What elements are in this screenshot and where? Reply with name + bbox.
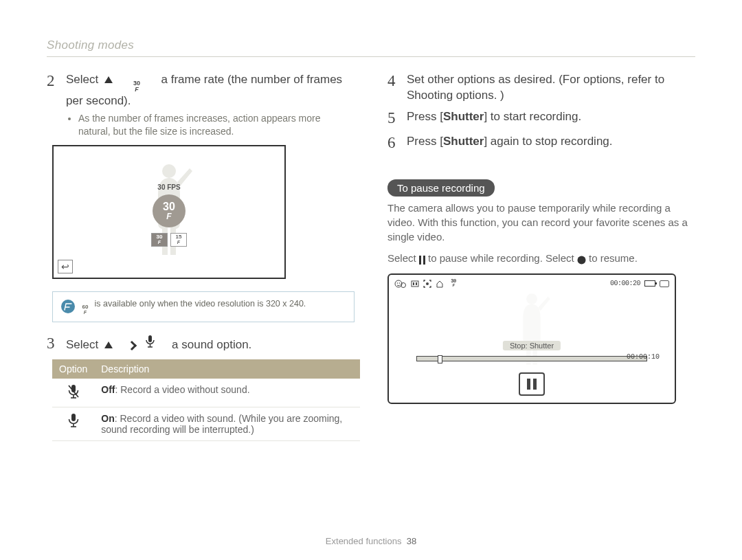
pause-instruction: Select to pause while recording. Select … bbox=[387, 251, 695, 267]
shutter-label: Shutter bbox=[443, 135, 484, 148]
fps-30-icon: 30F bbox=[130, 80, 144, 93]
battery-icon bbox=[644, 280, 655, 287]
fps-60-icon: 60F bbox=[80, 304, 90, 315]
right-column: 4 Set other options as desired. (For opt… bbox=[387, 72, 695, 441]
svg-point-15 bbox=[397, 282, 398, 284]
page-number: 38 bbox=[407, 536, 416, 546]
step-number: 6 bbox=[387, 132, 401, 153]
step-number: 3 bbox=[47, 333, 60, 354]
up-arrow-icon bbox=[104, 341, 113, 348]
microphone-off-icon bbox=[67, 384, 80, 399]
up-arrow-icon bbox=[104, 76, 113, 83]
recording-time: 00:00:20 bbox=[610, 280, 640, 287]
chevron-right-icon bbox=[127, 341, 137, 350]
stop-shutter-label: Stop: Shutter bbox=[503, 341, 561, 350]
breadcrumb: Shooting modes bbox=[47, 38, 695, 57]
pause-icon bbox=[419, 254, 428, 265]
note-box: 60F is available only when the video res… bbox=[52, 291, 355, 322]
step2-bullet: As the number of frames increases, actio… bbox=[78, 112, 355, 138]
footer-label: Extended functions bbox=[326, 536, 402, 546]
lcd-recording-screen: 30F 00:00:20 Stop: Shutter bbox=[387, 273, 676, 404]
option-off-desc: : Record a video without sound. bbox=[115, 384, 249, 395]
step3-text-a: Select bbox=[66, 338, 98, 351]
step5-b: ] to start recording. bbox=[484, 110, 581, 123]
progress-knob bbox=[438, 355, 442, 363]
svg-point-0 bbox=[162, 164, 176, 178]
step5-a: Press [ bbox=[407, 110, 443, 123]
step-number: 2 bbox=[47, 70, 60, 138]
lcd-fps-screen: 30 FPS 30F 30F 15F ↩ bbox=[52, 145, 286, 279]
svg-point-21 bbox=[426, 282, 429, 285]
lcd2-top-left-icons: 30F bbox=[394, 279, 459, 289]
svg-point-13 bbox=[577, 256, 585, 264]
svg-rect-19 bbox=[413, 282, 414, 285]
fps-30-small-icon: 30F bbox=[449, 280, 458, 288]
resolution-icon bbox=[411, 280, 419, 288]
step-6: 6 Press [Shutter] again to stop recordin… bbox=[387, 134, 695, 153]
left-column: 2 Select 30F a frame rate (the number of… bbox=[47, 72, 355, 441]
pause-heading-pill: To pause recording bbox=[387, 179, 495, 197]
bracket-focus-icon bbox=[423, 280, 431, 288]
step-3: 3 Select a sound option. bbox=[47, 335, 355, 354]
step-number: 5 bbox=[387, 107, 401, 128]
microphone-on-icon bbox=[67, 413, 80, 428]
record-dot-icon bbox=[577, 254, 589, 265]
progress-bar bbox=[416, 356, 647, 361]
microphone-icon bbox=[145, 335, 155, 348]
fps-option-15: 15F bbox=[170, 233, 187, 247]
fps-option-30: 30F bbox=[151, 233, 168, 247]
note-icon bbox=[61, 300, 75, 313]
table-header-description: Description bbox=[94, 359, 360, 379]
table-header-option: Option bbox=[52, 359, 94, 379]
svg-rect-20 bbox=[416, 282, 417, 285]
step-5: 5 Press [Shutter] to start recording. bbox=[387, 109, 695, 128]
lcd2-top-right: 00:00:20 bbox=[610, 280, 669, 287]
svg-point-22 bbox=[526, 293, 537, 304]
step6-a: Press [ bbox=[407, 135, 443, 148]
svg-point-16 bbox=[399, 282, 401, 284]
step-2: 2 Select 30F a frame rate (the number of… bbox=[47, 72, 355, 138]
note-text: is available only when the video resolut… bbox=[94, 299, 306, 309]
progress-time: 00:00:10 bbox=[627, 353, 660, 361]
option-off-label: Off bbox=[101, 384, 115, 395]
step-4: 4 Set other options as desired. (For opt… bbox=[387, 72, 695, 104]
step4-text: Set other options as desired. (For optio… bbox=[407, 72, 695, 104]
home-icon bbox=[436, 280, 444, 288]
table-row: Off: Record a video without sound. bbox=[52, 379, 360, 407]
step3-text-b: a sound option. bbox=[172, 338, 251, 351]
svg-rect-12 bbox=[423, 256, 425, 265]
sound-options-table: Option Description Off: Record a video w… bbox=[52, 359, 360, 441]
option-on-label: On bbox=[101, 413, 114, 424]
face-icon bbox=[394, 279, 407, 289]
movie-icon bbox=[660, 280, 669, 287]
svg-rect-1 bbox=[148, 335, 152, 342]
step2-text-a: Select bbox=[66, 73, 98, 86]
pause-button bbox=[519, 372, 545, 396]
svg-rect-18 bbox=[412, 281, 418, 287]
table-row: On: Record a video with sound. (While yo… bbox=[52, 407, 360, 440]
fps-selected-indicator: 30F bbox=[153, 194, 186, 227]
svg-rect-8 bbox=[71, 414, 76, 421]
fps-label: 30 FPS bbox=[157, 183, 180, 191]
step-number: 4 bbox=[387, 70, 401, 104]
back-icon: ↩ bbox=[58, 260, 73, 273]
step6-b: ] again to stop recording. bbox=[484, 135, 612, 148]
svg-rect-11 bbox=[419, 256, 421, 265]
page-footer: Extended functions 38 bbox=[0, 536, 742, 546]
option-on-desc: : Record a video with sound. (While you … bbox=[101, 413, 342, 435]
pause-paragraph: The camera allows you to pause temporari… bbox=[387, 201, 695, 244]
shutter-label: Shutter bbox=[443, 110, 484, 123]
